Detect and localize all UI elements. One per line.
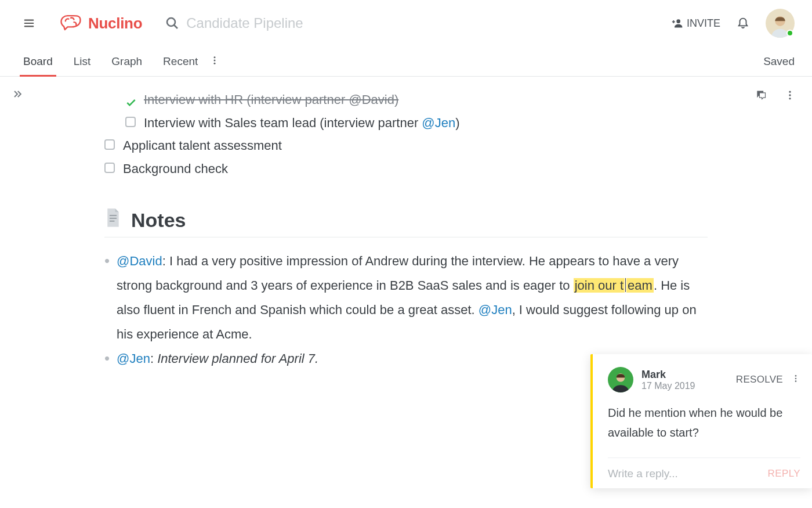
- checklist-text[interactable]: Background check: [123, 157, 228, 181]
- checkmark-icon[interactable]: [125, 93, 137, 105]
- note-body[interactable]: @David: I had a very positive impression…: [117, 249, 708, 346]
- svg-rect-1: [24, 23, 34, 24]
- topbar-right: INVITE: [672, 9, 795, 38]
- highlighted-text: eam: [626, 278, 654, 293]
- more-vertical-icon: [784, 89, 796, 101]
- comment-header: Mark 17 May 2019 RESOLVE: [608, 367, 800, 392]
- highlighted-text: join our t: [574, 278, 625, 293]
- search-input[interactable]: [186, 15, 418, 31]
- comment-avatar: [608, 367, 633, 392]
- checklist-text[interactable]: Interview with Sales team lead (intervie…: [144, 111, 459, 135]
- left-handle: [0, 77, 35, 508]
- comment-author: Mark: [641, 369, 736, 381]
- chat-icon: [755, 89, 767, 101]
- document-options-button[interactable]: [784, 89, 796, 103]
- checklist: Interview with HR (interview partner @Da…: [104, 88, 789, 180]
- checklist-text[interactable]: Applicant talent assessment: [123, 134, 282, 157]
- notes-heading-text: Notes: [131, 209, 186, 232]
- note-item: •@David: I had a very positive impressio…: [104, 249, 708, 346]
- bell-icon: [737, 15, 749, 29]
- brain-icon: [58, 13, 84, 33]
- invite-label: INVITE: [687, 17, 720, 30]
- bullet-icon: •: [104, 249, 110, 346]
- svg-line-4: [174, 25, 177, 28]
- svg-point-21: [795, 380, 797, 382]
- checkbox[interactable]: [125, 117, 136, 127]
- bullet-icon: •: [104, 347, 110, 371]
- document-actions: [755, 89, 796, 103]
- comment-body: Did he mention when he would be availabl…: [608, 403, 800, 442]
- checklist-item: Interview with HR (interview partner @Da…: [125, 88, 789, 111]
- more-vertical-icon: [209, 55, 220, 66]
- reply-input[interactable]: [608, 467, 768, 480]
- tab-graph[interactable]: Graph: [111, 47, 142, 76]
- svg-point-20: [795, 378, 797, 380]
- topbar: Nuclino INVITE: [0, 0, 812, 46]
- svg-point-3: [167, 18, 175, 26]
- svg-rect-17: [110, 221, 115, 222]
- checkbox[interactable]: [104, 163, 115, 173]
- notifications-button[interactable]: [737, 15, 749, 31]
- tab-row: BoardListGraphRecent Saved: [0, 46, 812, 77]
- search-icon[interactable]: [165, 16, 179, 30]
- svg-point-14: [789, 98, 791, 99]
- notes-heading: Notes: [104, 208, 708, 237]
- svg-rect-2: [24, 26, 34, 27]
- comment-options-button[interactable]: [791, 374, 800, 385]
- mention[interactable]: @David: [117, 254, 162, 268]
- reply-button[interactable]: REPLY: [768, 468, 801, 480]
- comment-date: 17 May 2019: [641, 381, 736, 391]
- mention[interactable]: @Jen: [117, 351, 150, 366]
- mention[interactable]: @Jen: [478, 302, 512, 317]
- view-tabs: BoardListGraphRecent: [23, 47, 198, 76]
- svg-point-19: [795, 375, 797, 377]
- svg-rect-15: [110, 215, 117, 217]
- checklist-text[interactable]: Interview with HR (interview partner @Da…: [144, 88, 398, 111]
- person-add-icon: [672, 17, 683, 29]
- tabs-options-button[interactable]: [209, 55, 220, 68]
- svg-rect-0: [24, 20, 34, 21]
- tab-recent[interactable]: Recent: [163, 47, 198, 76]
- content: Interview with HR (interview partner @Da…: [0, 77, 812, 508]
- presence-indicator: [786, 30, 793, 37]
- page-icon: [104, 208, 122, 232]
- text-caret: [625, 278, 626, 292]
- comment-meta: Mark 17 May 2019: [641, 369, 736, 391]
- menu-button[interactable]: [17, 12, 41, 35]
- svg-point-11: [214, 62, 216, 64]
- svg-point-5: [676, 19, 680, 23]
- save-status: Saved: [763, 55, 795, 68]
- logo-text: Nuclino: [88, 15, 142, 33]
- svg-point-12: [789, 91, 791, 93]
- notes-list: •@David: I had a very positive impressio…: [104, 249, 708, 370]
- checklist-item: Background check: [104, 157, 789, 181]
- svg-rect-7: [673, 20, 674, 23]
- checkbox[interactable]: [104, 139, 115, 150]
- tab-board[interactable]: Board: [23, 47, 53, 76]
- resolve-button[interactable]: RESOLVE: [736, 374, 783, 385]
- search-group: [165, 15, 672, 31]
- svg-rect-16: [110, 218, 117, 219]
- checklist-item: Interview with Sales team lead (intervie…: [125, 111, 789, 135]
- more-vertical-icon: [791, 374, 800, 383]
- tab-list[interactable]: List: [74, 47, 91, 76]
- expand-sidebar-button[interactable]: [12, 88, 23, 508]
- comments-toggle-button[interactable]: [755, 89, 767, 103]
- chevrons-right-icon: [12, 88, 23, 100]
- svg-point-13: [789, 94, 791, 96]
- svg-point-9: [214, 56, 216, 58]
- comment-panel: Mark 17 May 2019 RESOLVE Did he mention …: [590, 354, 812, 488]
- invite-button[interactable]: INVITE: [672, 17, 720, 30]
- mention[interactable]: @David: [349, 92, 394, 107]
- svg-point-10: [214, 59, 216, 61]
- mention[interactable]: @Jen: [422, 116, 455, 130]
- avatar-button[interactable]: [766, 9, 795, 38]
- logo[interactable]: Nuclino: [58, 13, 142, 33]
- document-area: Interview with HR (interview partner @Da…: [35, 77, 812, 508]
- menu-icon: [23, 17, 35, 30]
- checklist-item: Applicant talent assessment: [104, 134, 789, 157]
- reply-row: REPLY: [608, 457, 800, 480]
